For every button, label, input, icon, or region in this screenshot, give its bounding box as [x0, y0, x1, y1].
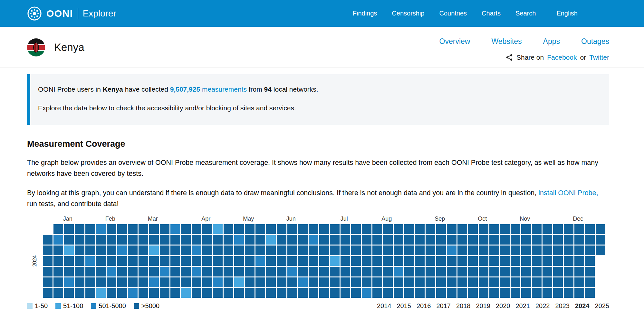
heatmap-day-cell[interactable] [266, 256, 276, 266]
heatmap-day-cell[interactable] [543, 277, 552, 287]
heatmap-day-cell[interactable] [543, 256, 552, 266]
heatmap-day-cell[interactable] [553, 277, 563, 287]
heatmap-day-cell[interactable] [585, 224, 595, 234]
heatmap-day-cell[interactable] [64, 256, 74, 266]
heatmap-day-cell[interactable] [224, 288, 233, 298]
heatmap-day-cell[interactable] [532, 267, 542, 276]
heatmap-day-cell[interactable] [117, 288, 127, 298]
heatmap-day-cell[interactable] [585, 288, 595, 298]
brand-home-link[interactable]: OONI Explorer [27, 6, 116, 21]
heatmap-day-cell[interactable] [457, 267, 467, 276]
heatmap-day-cell[interactable] [468, 246, 478, 255]
heatmap-day-cell[interactable] [213, 288, 223, 298]
heatmap-day-cell[interactable] [415, 235, 425, 245]
heatmap-day-cell[interactable] [96, 224, 106, 234]
heatmap-day-cell[interactable] [372, 246, 382, 255]
heatmap-day-cell[interactable] [521, 277, 531, 287]
heatmap-day-cell[interactable] [362, 235, 371, 245]
heatmap-day-cell[interactable] [479, 235, 488, 245]
heatmap-day-cell[interactable] [43, 277, 53, 287]
heatmap-day-cell[interactable] [202, 267, 212, 276]
heatmap-day-cell[interactable] [213, 267, 223, 276]
heatmap-day-cell[interactable] [447, 267, 457, 276]
heatmap-day-cell[interactable] [564, 288, 573, 298]
heatmap-day-cell[interactable] [75, 277, 84, 287]
heatmap-day-cell[interactable] [234, 277, 244, 287]
heatmap-day-cell[interactable] [298, 224, 308, 234]
heatmap-day-cell[interactable] [85, 224, 95, 234]
heatmap-day-cell[interactable] [553, 235, 563, 245]
heatmap-day-cell[interactable] [543, 235, 552, 245]
heatmap-day-cell[interactable] [426, 288, 435, 298]
heatmap-day-cell[interactable] [341, 288, 350, 298]
heatmap-day-cell[interactable] [266, 267, 276, 276]
heatmap-day-cell[interactable] [192, 235, 201, 245]
heatmap-day-cell[interactable] [64, 277, 74, 287]
heatmap-day-cell[interactable] [404, 246, 414, 255]
heatmap-day-cell[interactable] [181, 288, 191, 298]
heatmap-day-cell[interactable] [213, 256, 223, 266]
heatmap-day-cell[interactable] [564, 246, 573, 255]
nav-item-findings[interactable]: Findings [353, 10, 377, 17]
heatmap-day-cell[interactable] [160, 235, 169, 245]
nav-item-charts[interactable]: Charts [482, 10, 501, 17]
heatmap-day-cell[interactable] [202, 246, 212, 255]
heatmap-day-cell[interactable] [383, 235, 393, 245]
heatmap-day-cell[interactable] [277, 288, 286, 298]
heatmap-day-cell[interactable] [309, 246, 318, 255]
year-option-2024[interactable]: 2024 [575, 302, 590, 310]
heatmap-day-cell[interactable] [404, 288, 414, 298]
heatmap-day-cell[interactable] [75, 288, 84, 298]
heatmap-day-cell[interactable] [149, 277, 159, 287]
heatmap-day-cell[interactable] [128, 224, 138, 234]
heatmap-day-cell[interactable] [117, 267, 127, 276]
heatmap-day-cell[interactable] [287, 288, 297, 298]
heatmap-day-cell[interactable] [128, 277, 138, 287]
heatmap-day-cell[interactable] [394, 246, 403, 255]
heatmap-day-cell[interactable] [287, 256, 297, 266]
heatmap-day-cell[interactable] [330, 267, 340, 276]
heatmap-day-cell[interactable] [553, 246, 563, 255]
heatmap-day-cell[interactable] [553, 267, 563, 276]
heatmap-day-cell[interactable] [266, 288, 276, 298]
heatmap-day-cell[interactable] [394, 256, 403, 266]
heatmap-day-cell[interactable] [372, 235, 382, 245]
heatmap-day-cell[interactable] [426, 246, 435, 255]
heatmap-day-cell[interactable] [224, 277, 233, 287]
heatmap-day-cell[interactable] [383, 267, 393, 276]
heatmap-day-cell[interactable] [532, 277, 542, 287]
year-option-2016[interactable]: 2016 [417, 302, 431, 310]
heatmap-day-cell[interactable] [96, 256, 106, 266]
heatmap-day-cell[interactable] [415, 246, 425, 255]
heatmap-day-cell[interactable] [53, 256, 63, 266]
heatmap-day-cell[interactable] [372, 288, 382, 298]
heatmap-day-cell[interactable] [511, 256, 520, 266]
heatmap-day-cell[interactable] [479, 277, 488, 287]
heatmap-day-cell[interactable] [436, 288, 446, 298]
heatmap-day-cell[interactable] [351, 246, 361, 255]
heatmap-day-cell[interactable] [128, 267, 138, 276]
heatmap-day-cell[interactable] [170, 288, 180, 298]
heatmap-day-cell[interactable] [564, 277, 573, 287]
heatmap-day-cell[interactable] [96, 246, 106, 255]
heatmap-day-cell[interactable] [96, 235, 106, 245]
heatmap-day-cell[interactable] [532, 235, 542, 245]
heatmap-day-cell[interactable] [404, 224, 414, 234]
heatmap-day-cell[interactable] [224, 224, 233, 234]
heatmap-day-cell[interactable] [521, 246, 531, 255]
heatmap-day-cell[interactable] [245, 267, 255, 276]
heatmap-day-cell[interactable] [351, 277, 361, 287]
heatmap-day-cell[interactable] [330, 235, 340, 245]
heatmap-day-cell[interactable] [53, 246, 63, 255]
heatmap-day-cell[interactable] [351, 256, 361, 266]
heatmap-day-cell[interactable] [447, 224, 457, 234]
heatmap-day-cell[interactable] [309, 256, 318, 266]
heatmap-day-cell[interactable] [192, 246, 201, 255]
heatmap-day-cell[interactable] [170, 256, 180, 266]
heatmap-day-cell[interactable] [351, 288, 361, 298]
heatmap-day-cell[interactable] [351, 267, 361, 276]
heatmap-day-cell[interactable] [426, 267, 435, 276]
heatmap-day-cell[interactable] [96, 288, 106, 298]
heatmap-day-cell[interactable] [245, 235, 255, 245]
heatmap-day-cell[interactable] [500, 256, 510, 266]
